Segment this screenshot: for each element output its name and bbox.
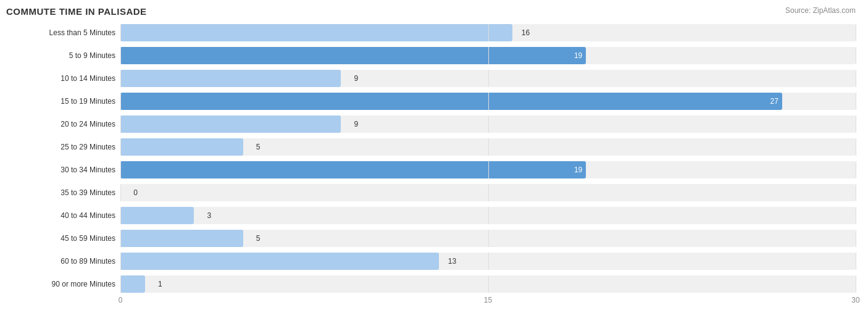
bar-track: 19 <box>120 161 856 178</box>
grid-line <box>120 138 121 156</box>
bar-track: 19 <box>120 47 856 64</box>
grid-line <box>120 70 121 87</box>
bar-track: 13 <box>120 253 856 270</box>
bar-row: 35 to 39 Minutes0 <box>6 182 856 204</box>
grid-line <box>120 161 121 178</box>
grid-line <box>120 184 121 201</box>
grid-line <box>856 138 856 156</box>
grid-line <box>488 184 489 201</box>
bar-fill: 19 <box>120 47 586 64</box>
grid-line <box>856 115 856 133</box>
bar-label: 20 to 24 Minutes <box>6 120 120 128</box>
grid-line <box>488 47 489 64</box>
bar-row: 15 to 19 Minutes27 <box>6 90 856 112</box>
bar-label: 5 to 9 Minutes <box>6 51 120 60</box>
bar-track: 5 <box>120 138 856 156</box>
bar-track: 9 <box>120 70 856 87</box>
bar-track: 0 <box>120 184 856 201</box>
bar-row: 25 to 29 Minutes5 <box>6 136 856 158</box>
grid-line <box>488 230 489 247</box>
grid-line <box>856 47 856 64</box>
bar-fill: 5 <box>120 138 243 156</box>
bar-fill: 3 <box>120 207 194 224</box>
bar-track: 3 <box>120 207 856 224</box>
bar-value: 19 <box>574 166 582 174</box>
bar-track: 5 <box>120 230 856 247</box>
grid-line <box>856 24 856 41</box>
grid-line <box>488 161 489 178</box>
x-axis-tick: 30 <box>851 296 859 304</box>
bar-row: 40 to 44 Minutes3 <box>6 204 856 227</box>
grid-line <box>488 93 489 110</box>
source-label: Source: ZipAtlas.com <box>785 6 856 15</box>
bar-value: 9 <box>354 120 359 128</box>
bar-track: 27 <box>120 93 856 110</box>
grid-line <box>120 207 121 224</box>
grid-line <box>120 47 121 64</box>
grid-line <box>120 93 121 110</box>
bar-value: 3 <box>207 211 211 220</box>
bar-value: 16 <box>522 28 530 37</box>
bar-value: 0 <box>133 188 138 197</box>
bar-fill: 1 <box>120 275 145 293</box>
bar-value: 13 <box>448 257 456 266</box>
grid-line <box>120 275 121 293</box>
bar-fill: 19 <box>120 161 586 178</box>
bar-label: 30 to 34 Minutes <box>6 166 120 174</box>
grid-line <box>856 161 856 178</box>
bar-fill: 27 <box>120 93 782 110</box>
grid-line <box>856 230 856 247</box>
grid-line <box>488 138 489 156</box>
bar-row: 45 to 59 Minutes5 <box>6 227 856 250</box>
bar-row: 5 to 9 Minutes19 <box>6 44 856 67</box>
grid-line <box>120 24 121 41</box>
grid-line <box>488 275 489 293</box>
bar-row: 10 to 14 Minutes9 <box>6 67 856 90</box>
grid-line <box>488 115 489 133</box>
bar-label: 15 to 19 Minutes <box>6 97 120 106</box>
grid-line <box>856 184 856 201</box>
x-axis-tick: 0 <box>119 296 123 304</box>
bar-value: 1 <box>158 280 162 288</box>
bar-row: 30 to 34 Minutes19 <box>6 159 856 181</box>
bar-row: 20 to 24 Minutes9 <box>6 113 856 135</box>
grid-line <box>856 275 856 293</box>
chart-title: COMMUTE TIME IN PALISADE <box>6 6 856 17</box>
bar-label: 40 to 44 Minutes <box>6 211 120 220</box>
bar-label: 45 to 59 Minutes <box>6 234 120 243</box>
bar-row: 90 or more Minutes1 <box>6 273 856 295</box>
grid-line <box>120 115 121 133</box>
bars-area: Less than 5 Minutes165 to 9 Minutes1910 … <box>6 22 856 277</box>
bar-fill: 13 <box>120 253 439 270</box>
bar-value: 9 <box>354 74 359 83</box>
bar-label: 90 or more Minutes <box>6 280 120 288</box>
grid-line <box>856 207 856 224</box>
bar-fill: 9 <box>120 115 341 133</box>
bar-value: 5 <box>256 234 261 243</box>
bar-fill: 9 <box>120 70 341 87</box>
chart-container: COMMUTE TIME IN PALISADE Source: ZipAtla… <box>0 0 868 323</box>
bar-value: 5 <box>256 143 261 151</box>
bar-row: Less than 5 Minutes16 <box>6 22 856 44</box>
grid-line <box>120 253 121 270</box>
bar-track: 16 <box>120 24 856 41</box>
bar-label: 25 to 29 Minutes <box>6 143 120 151</box>
x-axis-tick: 15 <box>484 296 492 304</box>
bar-fill: 16 <box>120 24 512 41</box>
grid-line <box>856 93 856 110</box>
grid-line <box>488 207 489 224</box>
bar-track: 9 <box>120 115 856 133</box>
grid-line <box>488 253 489 270</box>
grid-line <box>488 70 489 87</box>
x-axis: 01530 <box>120 296 856 308</box>
bar-label: 35 to 39 Minutes <box>6 188 120 197</box>
grid-line <box>856 253 856 270</box>
bar-row: 60 to 89 Minutes13 <box>6 250 856 272</box>
bar-label: 60 to 89 Minutes <box>6 257 120 266</box>
bar-value: 19 <box>574 51 582 60</box>
grid-line <box>120 230 121 247</box>
bar-label: 10 to 14 Minutes <box>6 74 120 83</box>
grid-line <box>488 24 489 41</box>
bar-value: 27 <box>770 97 778 106</box>
grid-line <box>856 70 856 87</box>
